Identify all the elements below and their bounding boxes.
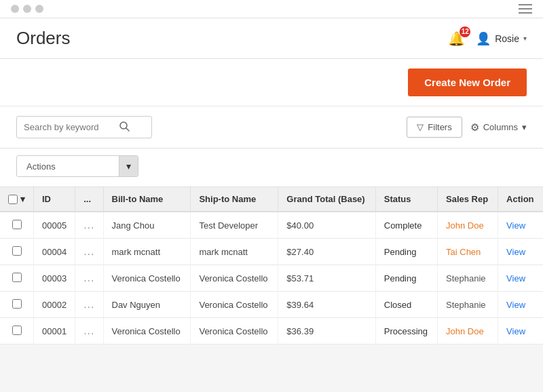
view-link[interactable]: View <box>506 300 525 310</box>
th-grand-total: Grand Total (Base) <box>278 187 375 212</box>
user-icon: 👤 <box>476 31 491 46</box>
row-action[interactable]: View <box>498 318 543 345</box>
row-checkbox-0[interactable] <box>12 220 22 229</box>
menu-line-1 <box>519 4 532 5</box>
row-grand-total: $36.39 <box>278 318 375 345</box>
notification-badge: 12 <box>460 26 470 37</box>
row-checkbox-cell[interactable] <box>0 212 34 239</box>
th-bill-to-name: Bill-to Name <box>103 187 191 212</box>
title-bar <box>0 0 543 18</box>
row-status: Pending <box>375 265 437 292</box>
row-grand-total: $40.00 <box>278 212 375 239</box>
orders-table: ▾ ID ... Bill-to Name Ship-to Name Grand… <box>0 187 543 345</box>
row-dots[interactable]: ... <box>75 318 103 345</box>
th-sales-rep: Sales Rep <box>438 187 498 212</box>
filter-icon: ▽ <box>417 122 424 132</box>
row-id: 00005 <box>34 212 75 239</box>
user-name: Rosie <box>495 33 519 44</box>
th-ship-to-name: Ship-to Name <box>191 187 278 212</box>
create-new-order-button[interactable]: Create New Order <box>408 68 527 96</box>
chevron-down-icon: ▾ <box>523 35 527 42</box>
row-checkbox-cell[interactable] <box>0 292 34 318</box>
row-action[interactable]: View <box>498 239 543 265</box>
row-dots[interactable]: ... <box>75 292 103 318</box>
actions-bar: Actions ▾ <box>0 149 543 187</box>
header-right: 🔔 12 👤 Rosie ▾ <box>448 31 527 56</box>
row-checkbox-cell[interactable] <box>0 265 34 292</box>
row-checkbox-2[interactable] <box>12 273 22 282</box>
toolbar-area: Create New Order <box>0 59 543 106</box>
row-grand-total: $53.71 <box>278 265 375 292</box>
window-dot-1 <box>11 5 19 13</box>
notification-bell[interactable]: 🔔 12 <box>448 31 465 47</box>
row-action[interactable]: View <box>498 265 543 292</box>
select-all-checkbox[interactable] <box>8 195 18 204</box>
row-ship-to-name: Test Developer <box>191 212 278 239</box>
row-grand-total: $27.40 <box>278 239 375 265</box>
row-id: 00002 <box>34 292 75 318</box>
search-box[interactable] <box>16 116 152 138</box>
filters-label: Filters <box>428 122 451 132</box>
filter-right: ▽ Filters ⚙ Columns ▾ <box>407 117 527 138</box>
table-header-row: ▾ ID ... Bill-to Name Ship-to Name Grand… <box>0 187 543 212</box>
row-id: 00004 <box>34 239 75 265</box>
row-sales-rep: Stephanie <box>438 292 498 318</box>
table-row: 00003 ... Veronica Costello Veronica Cos… <box>0 265 543 292</box>
row-status: Closed <box>375 292 437 318</box>
window-dot-3 <box>35 5 43 13</box>
th-checkbox-chevron-icon: ▾ <box>20 194 25 204</box>
row-sales-rep: Tai Chen <box>438 239 498 265</box>
filter-bar: ▽ Filters ⚙ Columns ▾ <box>0 106 543 149</box>
row-dots[interactable]: ... <box>75 239 103 265</box>
row-checkbox-cell[interactable] <box>0 239 34 265</box>
row-dots[interactable]: ... <box>75 212 103 239</box>
columns-chevron-icon: ▾ <box>522 122 527 132</box>
row-bill-to-name: Veronica Costello <box>103 265 191 292</box>
view-link[interactable]: View <box>506 273 525 283</box>
actions-dropdown[interactable]: Actions ▾ <box>16 155 138 177</box>
row-status: Complete <box>375 212 437 239</box>
view-link[interactable]: View <box>506 247 525 257</box>
row-bill-to-name: Veronica Costello <box>103 318 191 345</box>
row-sales-rep: John Doe <box>438 212 498 239</box>
actions-arrow[interactable]: ▾ <box>119 156 138 176</box>
window-controls <box>11 5 43 13</box>
row-bill-to-name: mark mcnatt <box>103 239 191 265</box>
row-ship-to-name: Veronica Costello <box>191 292 278 318</box>
row-sales-rep: John Doe <box>438 318 498 345</box>
actions-label: Actions <box>17 157 119 176</box>
row-status: Processing <box>375 318 437 345</box>
row-checkbox-cell[interactable] <box>0 318 34 345</box>
filters-button[interactable]: ▽ Filters <box>407 117 462 138</box>
view-link[interactable]: View <box>506 220 525 231</box>
table-row: 00004 ... mark mcnatt mark mcnatt $27.40… <box>0 239 543 265</box>
row-grand-total: $39.64 <box>278 292 375 318</box>
columns-button[interactable]: ⚙ Columns ▾ <box>470 121 527 134</box>
menu-icon[interactable] <box>519 4 532 14</box>
row-bill-to-name: Dav Nguyen <box>103 292 191 318</box>
search-input[interactable] <box>24 122 119 132</box>
actions-chevron-icon: ▾ <box>126 161 131 172</box>
page-header: Orders 🔔 12 👤 Rosie ▾ <box>0 18 543 59</box>
gear-icon: ⚙ <box>470 121 479 134</box>
view-link[interactable]: View <box>506 326 525 336</box>
row-checkbox-4[interactable] <box>12 326 22 335</box>
row-action[interactable]: View <box>498 292 543 318</box>
row-ship-to-name: Veronica Costello <box>191 318 278 345</box>
table-row: 00005 ... Jang Chou Test Developer $40.0… <box>0 212 543 239</box>
row-action[interactable]: View <box>498 212 543 239</box>
row-checkbox-1[interactable] <box>12 246 22 256</box>
user-menu[interactable]: 👤 Rosie ▾ <box>476 31 527 46</box>
table-row: 00002 ... Dav Nguyen Veronica Costello $… <box>0 292 543 318</box>
row-checkbox-3[interactable] <box>12 299 22 309</box>
th-checkbox: ▾ <box>0 187 34 212</box>
row-dots[interactable]: ... <box>75 265 103 292</box>
search-icon <box>119 121 130 134</box>
th-id: ID <box>34 187 75 212</box>
th-action: Action <box>498 187 543 212</box>
table-body: 00005 ... Jang Chou Test Developer $40.0… <box>0 212 543 345</box>
window-dot-2 <box>23 5 31 13</box>
menu-line-2 <box>519 8 532 9</box>
columns-label: Columns <box>483 122 518 132</box>
row-bill-to-name: Jang Chou <box>103 212 191 239</box>
